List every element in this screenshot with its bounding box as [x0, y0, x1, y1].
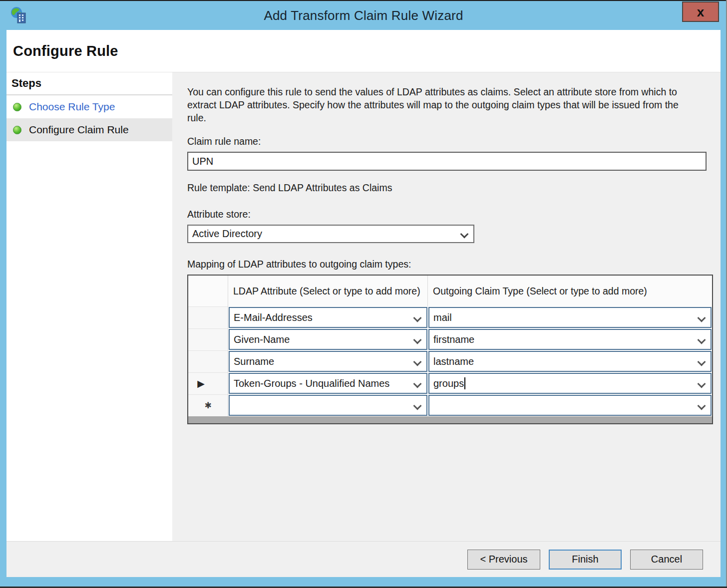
window-title: Add Transform Claim Rule Wizard: [264, 8, 463, 23]
finish-button[interactable]: Finish: [549, 550, 622, 570]
table-row-new: ✱: [188, 394, 712, 416]
previous-button[interactable]: < Previous: [467, 550, 540, 570]
claim-rule-name-label: Claim rule name:: [187, 136, 713, 147]
outgoing-claim-dropdown[interactable]: firstname: [428, 329, 712, 350]
ldap-attribute-dropdown[interactable]: [229, 395, 427, 416]
row-selector-cell[interactable]: ✱: [188, 394, 228, 416]
outgoing-claim-column-header: Outgoing Claim Type (Select or type to a…: [428, 276, 712, 306]
button-bar: < Previous Finish Cancel: [6, 541, 721, 577]
chevron-down-icon: [414, 402, 420, 409]
outgoing-claim-value: groups: [433, 378, 464, 389]
ldap-attribute-dropdown[interactable]: Surname: [229, 351, 427, 372]
outgoing-claim-dropdown[interactable]: mail: [428, 307, 712, 328]
table-row: Surname lastname: [188, 350, 712, 372]
new-row-asterisk-icon: ✱: [204, 400, 211, 411]
step-label: Choose Rule Type: [29, 101, 115, 113]
ldap-attribute-dropdown[interactable]: Token-Groups - Unqualified Names: [229, 373, 427, 394]
rule-template-line: Rule template: Send LDAP Attributes as C…: [187, 182, 713, 194]
row-selector-header-cell: [188, 276, 228, 306]
sidebar-item-choose-rule-type[interactable]: Choose Rule Type: [6, 95, 172, 118]
current-row-arrow-icon: ▶: [197, 378, 205, 389]
table-header-row: LDAP Attribute (Select or type to add mo…: [188, 276, 712, 306]
attribute-store-label: Attribute store:: [187, 209, 713, 220]
wizard-window: Add Transform Claim Rule Wizard x Config…: [0, 0, 727, 588]
main-panel: You can configure this rule to send the …: [172, 72, 721, 541]
outgoing-claim-value: lastname: [433, 356, 474, 367]
row-selector-cell[interactable]: [188, 328, 228, 350]
chevron-down-icon: [414, 336, 420, 343]
chevron-down-icon: [414, 358, 420, 365]
rule-description-text: You can configure this rule to send the …: [187, 85, 693, 124]
mapping-label: Mapping of LDAP attributes to outgoing c…: [187, 259, 713, 270]
steps-heading: Steps: [6, 72, 172, 95]
row-selector-cell[interactable]: ▶: [188, 372, 228, 394]
chevron-down-icon: [461, 231, 467, 237]
chevron-down-icon: [698, 358, 705, 365]
claim-rule-name-input[interactable]: [187, 152, 707, 171]
chevron-down-icon: [414, 314, 420, 321]
step-label: Configure Claim Rule: [29, 124, 129, 136]
adfs-app-icon: [9, 5, 29, 25]
outgoing-claim-value: firstname: [433, 334, 474, 345]
ldap-attribute-column-header: LDAP Attribute (Select or type to add mo…: [228, 276, 428, 306]
cancel-button[interactable]: Cancel: [630, 550, 703, 570]
steps-sidebar: Steps Choose Rule Type Configure Claim R…: [6, 72, 172, 541]
ldap-attribute-value: Surname: [234, 356, 274, 367]
step-complete-icon: [13, 126, 21, 134]
chevron-down-icon: [698, 380, 705, 387]
page-header: Configure Rule: [6, 30, 721, 72]
page-title: Configure Rule: [13, 43, 118, 59]
dialog-body: Configure Rule Steps Choose Rule Type Co…: [6, 30, 721, 577]
outgoing-claim-value: mail: [433, 312, 452, 323]
table-row-current: ▶ Token-Groups - Unqualified Names group…: [188, 372, 712, 394]
chevron-down-icon: [698, 314, 705, 321]
table-row: Given-Name firstname: [188, 328, 712, 350]
sidebar-item-configure-claim-rule[interactable]: Configure Claim Rule: [6, 118, 172, 141]
ldap-attribute-value: Given-Name: [234, 334, 290, 345]
mapping-table: LDAP Attribute (Select or type to add mo…: [187, 275, 713, 424]
chevron-down-icon: [414, 380, 420, 387]
outgoing-claim-dropdown[interactable]: [428, 395, 712, 416]
title-bar[interactable]: Add Transform Claim Rule Wizard: [0, 1, 727, 30]
ldap-attribute-dropdown[interactable]: E-Mail-Addresses: [229, 307, 427, 328]
window-top-edge: [0, 0, 727, 1]
row-selector-cell[interactable]: [188, 306, 228, 328]
step-complete-icon: [13, 103, 21, 111]
attribute-store-value: Active Directory: [192, 228, 262, 240]
outgoing-claim-dropdown[interactable]: lastname: [428, 351, 712, 372]
chevron-down-icon: [698, 402, 705, 409]
table-row: E-Mail-Addresses mail: [188, 306, 712, 328]
chevron-down-icon: [698, 336, 705, 343]
text-caret: [464, 377, 465, 389]
close-button[interactable]: x: [682, 1, 719, 22]
outgoing-claim-dropdown[interactable]: groups: [428, 373, 712, 394]
table-footer-strip: [188, 416, 712, 423]
ldap-attribute-dropdown[interactable]: Given-Name: [229, 329, 427, 350]
ldap-attribute-value: Token-Groups - Unqualified Names: [234, 378, 389, 389]
attribute-store-dropdown[interactable]: Active Directory: [187, 225, 474, 243]
row-selector-cell[interactable]: [188, 350, 228, 372]
ldap-attribute-value: E-Mail-Addresses: [234, 312, 313, 323]
